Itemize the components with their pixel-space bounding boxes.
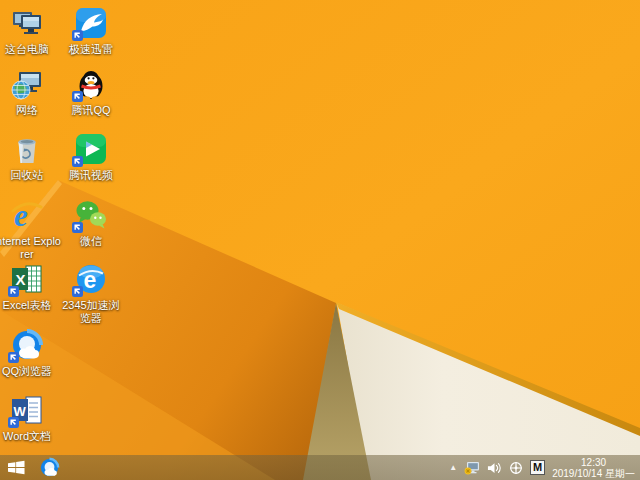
desktop-icon-network[interactable]: 网络 xyxy=(0,67,61,117)
this-pc-icon xyxy=(10,6,44,40)
system-tray: ▲ xyxy=(449,455,637,480)
icon-label: 微信 xyxy=(57,235,125,248)
desktop-icon-excel[interactable]: X Excel表格 xyxy=(0,262,61,312)
tencent-qq-icon xyxy=(74,67,108,101)
desktop-icon-xunlei-speed[interactable]: 极速迅雷 xyxy=(57,6,125,56)
desktop-icon-tencent-qq[interactable]: 腾讯QQ xyxy=(57,67,125,117)
icon-label: 腾讯视频 xyxy=(57,169,125,182)
desktop-icon-word[interactable]: W Word文档 xyxy=(0,393,61,443)
volume-icon[interactable] xyxy=(487,462,502,474)
tray-date: 2019/10/14 星期一 xyxy=(552,468,635,479)
icon-label: 回收站 xyxy=(0,169,61,182)
shortcut-arrow-icon xyxy=(72,30,83,41)
icon-label: Internet Explorer xyxy=(0,235,61,261)
excel-icon: X xyxy=(10,262,44,296)
windows-logo-icon xyxy=(8,460,25,475)
desktop-icon-this-pc[interactable]: 这台电脑 xyxy=(0,6,61,56)
desktop-icon-internet-explorer[interactable]: e Internet Explorer xyxy=(0,198,61,261)
shortcut-arrow-icon xyxy=(8,352,19,363)
icon-label: QQ浏览器 xyxy=(0,365,61,378)
desktop-icon-tencent-video[interactable]: 腾讯视频 xyxy=(57,132,125,182)
icon-label: Word文档 xyxy=(0,430,61,443)
icon-label: 极速迅雷 xyxy=(57,43,125,56)
show-hidden-icons-button[interactable]: ▲ xyxy=(449,464,457,472)
desktop-icon-recycle-bin[interactable]: 回收站 xyxy=(0,132,61,182)
icon-label: Excel表格 xyxy=(0,299,61,312)
shortcut-arrow-icon xyxy=(8,417,19,428)
internet-explorer-icon: e xyxy=(10,198,44,232)
crosshair-icon[interactable] xyxy=(509,461,523,475)
shortcut-arrow-icon xyxy=(8,286,19,297)
shortcut-arrow-icon xyxy=(72,91,83,102)
browser-2345-icon: e xyxy=(74,262,108,296)
word-icon: W xyxy=(10,393,44,427)
desktop-icon-qq-browser[interactable]: QQ浏览器 xyxy=(0,328,61,378)
network-alert-icon[interactable] xyxy=(464,461,480,475)
desktop-icon-browser-2345[interactable]: e 2345加速浏览器 xyxy=(57,262,125,325)
svg-text:X: X xyxy=(16,271,26,288)
xunlei-speed-icon xyxy=(74,6,108,40)
tray-clock[interactable]: 12:30 2019/10/14 星期一 xyxy=(552,457,637,479)
network-icon xyxy=(10,67,44,101)
wechat-icon xyxy=(74,198,108,232)
icon-label: 这台电脑 xyxy=(0,43,61,56)
taskbar-qq-browser-button[interactable] xyxy=(34,455,64,480)
recycle-bin-icon xyxy=(10,132,44,166)
start-button[interactable] xyxy=(2,455,30,480)
taskbar: ▲ xyxy=(0,455,640,480)
icon-label: 网络 xyxy=(0,104,61,117)
shortcut-arrow-icon xyxy=(72,286,83,297)
qq-browser-icon xyxy=(39,457,60,478)
ime-indicator[interactable]: M xyxy=(530,460,545,475)
qq-browser-icon xyxy=(10,328,44,362)
shortcut-arrow-icon xyxy=(72,156,83,167)
shortcut-arrow-icon xyxy=(72,222,83,233)
tray-time: 12:30 xyxy=(552,457,635,468)
desktop: 这台电脑 网络 xyxy=(0,0,640,480)
icon-label: 2345加速浏览器 xyxy=(57,299,125,325)
tencent-video-icon xyxy=(74,132,108,166)
desktop-icon-wechat[interactable]: 微信 xyxy=(57,198,125,248)
icon-label: 腾讯QQ xyxy=(57,104,125,117)
